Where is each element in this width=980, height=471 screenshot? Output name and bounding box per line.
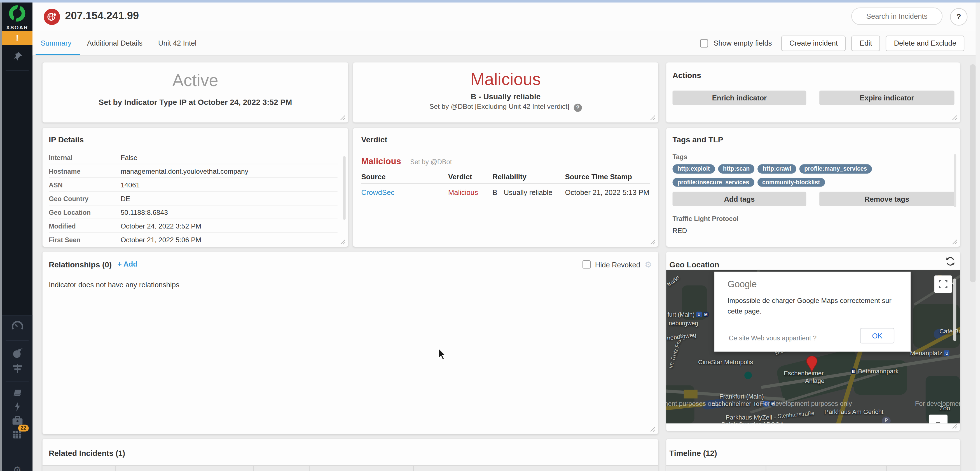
resize-handle-icon[interactable] — [340, 115, 346, 121]
relationships-empty-message: Indicator does not have any relationship… — [49, 281, 180, 289]
card-scrollbar[interactable] — [343, 156, 346, 220]
actions-card: Actions Enrich indicator Expire indicato… — [666, 62, 960, 122]
actions-title: Actions — [672, 71, 701, 80]
refresh-icon[interactable] — [945, 257, 955, 268]
google-logo: Google — [727, 279, 757, 289]
row-reliability: B - Usually reliable — [492, 189, 552, 196]
left-edge — [0, 0, 2, 471]
table-row: ASN14061 — [49, 178, 337, 192]
verdict-banner-value: Malicious — [353, 70, 659, 89]
google-maps-error-dialog: Google Impossible de charger Google Maps… — [714, 271, 911, 352]
dashboard-gauge-icon[interactable] — [2, 321, 32, 334]
column-header: Verdict — [448, 173, 472, 181]
resize-handle-icon[interactable] — [952, 115, 958, 121]
automation-lightning-icon[interactable] — [2, 402, 32, 414]
map-label: Eschenheimer — [784, 370, 824, 377]
resize-handle-icon[interactable] — [650, 115, 655, 121]
hide-revoked-checkbox[interactable] — [582, 260, 591, 268]
resize-handle-icon[interactable] — [952, 423, 958, 429]
verdict-card: Verdict Malicious Set by @DBot Source Ve… — [353, 128, 659, 247]
tab-summary[interactable]: Summary — [41, 31, 72, 55]
show-empty-fields-checkbox[interactable] — [700, 39, 708, 47]
add-tags-button[interactable]: Add tags — [672, 192, 806, 206]
help-icon: ? — [956, 13, 961, 21]
tags-label: Tags — [672, 153, 687, 160]
tab-additional-details[interactable]: Additional Details — [87, 31, 143, 55]
source-link[interactable]: CrowdSec — [361, 189, 395, 196]
table-row: Geo Location50.1188:8.6843 — [49, 206, 337, 219]
sbahn-icon: B — [851, 368, 856, 374]
ubahn-icon: U — [944, 350, 950, 356]
map-zoom-out-button[interactable]: − — [929, 415, 948, 423]
geo-location-title: Geo Location — [669, 260, 719, 269]
show-empty-fields-label: Show empty fields — [714, 40, 772, 47]
incidents-bomb-icon[interactable] — [2, 347, 32, 361]
card-scrollbar[interactable] — [953, 279, 956, 341]
verdict-banner-card: Malicious B - Usually reliable Set by @D… — [353, 62, 659, 122]
resize-handle-icon[interactable] — [650, 427, 655, 432]
tab-unit-42-intel[interactable]: Unit 42 Intel — [158, 31, 197, 55]
tags-tlp-title: Tags and TLP — [672, 136, 723, 144]
verdict-help-icon[interactable]: ? — [574, 104, 582, 112]
edit-button[interactable]: Edit — [851, 35, 880, 51]
xsoar-logo-label: XSOAR — [2, 24, 32, 30]
marketplace-cube-icon[interactable]: 22 — [2, 428, 32, 442]
table-header-divider — [361, 183, 650, 184]
sidebar-divider — [6, 340, 29, 341]
resize-handle-icon[interactable] — [340, 239, 346, 245]
status-set-by: Set by Indicator Type IP at October 24, … — [43, 98, 348, 107]
xsoar-logo-icon[interactable] — [9, 5, 25, 22]
ubahn-icon: U — [696, 312, 702, 317]
tag-pill[interactable]: http:exploit — [672, 164, 714, 173]
resize-handle-icon[interactable] — [650, 239, 655, 245]
tag-pill[interactable]: http:crawl — [758, 164, 796, 173]
sidebar-lower: 22 ⚙ — [2, 316, 32, 471]
add-relationship-link[interactable]: + Add — [118, 260, 137, 268]
remove-tags-button[interactable]: Remove tags — [819, 192, 954, 206]
tag-pill[interactable]: http:scan — [718, 164, 755, 173]
ip-details-title: IP Details — [49, 136, 84, 144]
page-title: 207.154.241.99 — [65, 10, 139, 23]
map-watermark: ment purposes only — [666, 400, 720, 407]
sidebar-item-incident-active[interactable]: ! — [2, 31, 32, 45]
tag-pill[interactable]: community-blocklist — [757, 178, 825, 187]
marketplace-count-badge: 22 — [18, 425, 29, 431]
map-watermark: For development — [915, 400, 960, 407]
tlp-value: RED — [672, 227, 687, 235]
resize-handle-icon[interactable] — [952, 239, 958, 245]
delete-and-exclude-button[interactable]: Delete and Exclude — [886, 35, 964, 51]
row-verdict: Malicious — [448, 189, 478, 196]
table-row: InternalFalse — [49, 151, 337, 164]
table-row: ModifiedOctober 24, 2022 3:52 PM — [49, 219, 337, 233]
tlp-label: Traffic Light Protocol — [672, 215, 738, 222]
pin-icon[interactable] — [2, 51, 32, 64]
dialog-message: Impossible de charger Google Maps correc… — [727, 295, 892, 317]
fullscreen-button[interactable] — [934, 276, 952, 293]
alert-icon: ! — [16, 33, 19, 42]
sidebar-divider — [6, 70, 29, 70]
tag-pill[interactable]: profile:many_services — [799, 164, 872, 173]
status-value: Active — [43, 71, 348, 90]
active-tab-underline — [35, 54, 80, 55]
tag-pill[interactable]: profile:insecure_services — [672, 178, 754, 187]
page-scrollbar-thumb[interactable] — [970, 64, 975, 282]
search-input[interactable] — [851, 8, 942, 25]
page-scrollbar-track[interactable] — [975, 0, 980, 471]
enrich-indicator-button[interactable]: Enrich indicator — [672, 90, 806, 105]
dialog-question: Ce site Web vous appartient ? — [729, 334, 816, 342]
playbooks-book-icon[interactable] — [2, 388, 32, 401]
ok-button[interactable]: OK — [860, 328, 894, 343]
indicator-type-icon — [44, 9, 60, 25]
location-pin-icon — [806, 356, 818, 373]
expire-indicator-button[interactable]: Expire indicator — [819, 90, 954, 105]
map-label: CineStar Metropolis — [698, 358, 753, 366]
settings-gear-icon[interactable]: ⚙ — [2, 465, 32, 471]
help-button[interactable]: ? — [950, 8, 968, 26]
top-edge-strip — [0, 0, 980, 3]
card-scrollbar[interactable] — [954, 154, 956, 208]
create-incident-button[interactable]: Create incident — [781, 35, 846, 51]
row-timestamp: October 21, 2022 5:13 PM — [565, 189, 649, 196]
geo-map[interactable]: traße furt (Main) UM neburgweg neburgweg… — [666, 270, 960, 423]
threat-intel-signpost-icon[interactable] — [2, 363, 32, 376]
relationships-settings-gear-icon[interactable]: ⚙ — [645, 260, 652, 269]
